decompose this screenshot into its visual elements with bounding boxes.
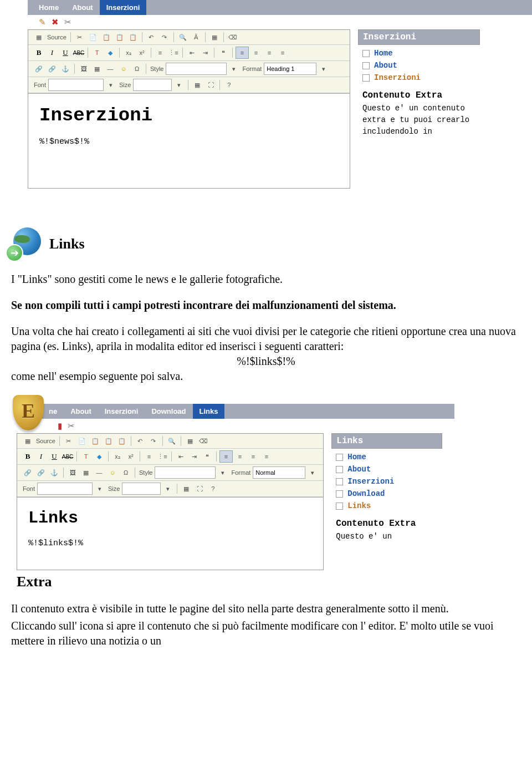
paste-word-icon[interactable]: 📋: [116, 435, 128, 447]
sidebar-item-about[interactable]: About: [331, 463, 442, 475]
superscript-icon[interactable]: x²: [125, 451, 137, 462]
image-icon[interactable]: 🖼: [66, 467, 79, 478]
strike-button[interactable]: ABC: [62, 451, 74, 462]
format-dropdown-icon[interactable]: ▾: [306, 467, 319, 478]
align-center-icon[interactable]: ≡: [250, 47, 262, 58]
smiley-icon[interactable]: ☺: [106, 467, 119, 478]
paste-icon[interactable]: 📋: [100, 32, 112, 43]
italic-button[interactable]: I: [46, 47, 58, 58]
align-center-icon[interactable]: ≡: [234, 451, 246, 462]
source-button[interactable]: ▦: [22, 435, 34, 447]
indent-icon[interactable]: ⇥: [199, 47, 211, 58]
source-button[interactable]: ▦: [33, 32, 45, 43]
bold-button[interactable]: B: [33, 47, 45, 58]
checkbox-icon[interactable]: [336, 466, 343, 473]
delete-icon[interactable]: ✖: [52, 17, 59, 27]
replace-icon[interactable]: Ȃ: [190, 32, 202, 43]
show-blocks-icon[interactable]: ▦: [191, 79, 203, 90]
align-left-icon[interactable]: ≡: [219, 450, 233, 463]
underline-button[interactable]: U: [48, 451, 60, 462]
select-all-icon[interactable]: ▦: [184, 435, 196, 447]
text-color-icon[interactable]: T: [91, 47, 103, 58]
italic-button[interactable]: I: [35, 451, 47, 462]
anchor-icon[interactable]: ⚓: [59, 63, 71, 74]
superscript-icon[interactable]: x²: [136, 47, 148, 58]
undo-icon[interactable]: ↶: [134, 435, 146, 447]
align-left-icon[interactable]: ≡: [236, 47, 249, 59]
delete-icon[interactable]: ▮: [58, 421, 62, 431]
smiley-icon[interactable]: ☺: [117, 63, 130, 74]
help-icon[interactable]: ?: [207, 483, 219, 494]
cut-icon[interactable]: ✂: [63, 435, 75, 447]
outdent-icon[interactable]: ⇤: [186, 47, 198, 58]
table-icon[interactable]: ▦: [91, 63, 103, 74]
sidebar-item-download[interactable]: Download: [331, 488, 442, 500]
strike-button[interactable]: ABC: [73, 47, 85, 58]
redo-icon[interactable]: ↷: [147, 435, 160, 447]
sidebar-item-about[interactable]: About: [358, 59, 480, 72]
find-icon[interactable]: 🔍: [166, 435, 178, 447]
ol-icon[interactable]: ≡: [143, 451, 155, 462]
format-select[interactable]: [253, 466, 305, 479]
nav-about[interactable]: About: [65, 0, 100, 15]
editor-content-1[interactable]: Inserzioni %!$news$!%: [28, 93, 350, 188]
sidebar-item-links[interactable]: Links: [331, 500, 442, 512]
quote-icon[interactable]: ❝: [201, 451, 213, 462]
align-justify-icon[interactable]: ≡: [260, 451, 273, 462]
nav-home[interactable]: Home: [32, 0, 65, 15]
hr-icon[interactable]: —: [104, 63, 116, 74]
font-select[interactable]: [48, 79, 104, 91]
nav-about-2[interactable]: About: [64, 404, 98, 419]
cut-icon[interactable]: ✂: [74, 32, 86, 43]
editor-content-2[interactable]: Links %!$links$!%: [17, 497, 323, 570]
outdent-icon[interactable]: ⇤: [175, 451, 187, 462]
paste-text-icon[interactable]: 📋: [114, 32, 126, 43]
sidebar-item-inserzioni[interactable]: Inserzioni: [358, 72, 480, 84]
style-select[interactable]: [155, 466, 216, 479]
align-right-icon[interactable]: ≡: [263, 47, 275, 58]
link-icon[interactable]: 🔗: [33, 63, 45, 74]
special-char-icon[interactable]: Ω: [131, 63, 143, 74]
checkbox-icon[interactable]: [336, 478, 343, 485]
subscript-icon[interactable]: x₂: [111, 451, 124, 462]
ol-icon[interactable]: ≡: [154, 47, 166, 58]
text-color-icon[interactable]: T: [80, 451, 92, 462]
remove-format-icon[interactable]: ⌫: [227, 32, 239, 43]
anchor-icon[interactable]: ⚓: [48, 467, 60, 478]
nav-download-2[interactable]: Download: [145, 404, 192, 419]
nav-inserzioni-2[interactable]: Inserzioni: [98, 404, 145, 419]
checkbox-icon[interactable]: [336, 490, 343, 498]
underline-button[interactable]: U: [59, 47, 71, 58]
style-select[interactable]: [166, 63, 227, 75]
font-dropdown-icon[interactable]: ▾: [94, 483, 106, 494]
bold-button[interactable]: B: [22, 451, 34, 462]
maximize-icon[interactable]: ⛶: [193, 483, 206, 494]
indent-icon[interactable]: ⇥: [188, 451, 200, 462]
subscript-icon[interactable]: x₂: [122, 47, 135, 58]
sidebar-item-inserzioni[interactable]: Inserzioni: [331, 475, 442, 488]
copy-icon[interactable]: 📄: [76, 435, 88, 447]
select-all-icon[interactable]: ▦: [208, 32, 221, 43]
format-dropdown-icon[interactable]: ▾: [318, 63, 330, 74]
size-select[interactable]: [122, 483, 161, 495]
bg-color-icon[interactable]: ◆: [104, 47, 116, 58]
ul-icon[interactable]: ⋮≡: [167, 47, 180, 58]
checkbox-icon[interactable]: [362, 62, 370, 69]
align-right-icon[interactable]: ≡: [247, 451, 259, 462]
show-blocks-icon[interactable]: ▦: [180, 483, 192, 494]
paste-icon[interactable]: 📋: [89, 435, 101, 447]
tools-icon[interactable]: ✂: [64, 17, 71, 27]
nav-inserzioni[interactable]: Inserzioni: [100, 0, 147, 15]
nav-links-2[interactable]: Links: [193, 404, 225, 419]
size-dropdown-icon[interactable]: ▾: [173, 79, 185, 90]
size-select[interactable]: [133, 79, 172, 91]
table-icon[interactable]: ▦: [80, 467, 92, 478]
copy-icon[interactable]: 📄: [87, 32, 99, 43]
unlink-icon[interactable]: 🔗: [46, 63, 58, 74]
hr-icon[interactable]: —: [93, 467, 105, 478]
tools-icon[interactable]: ✂: [68, 421, 75, 431]
find-icon[interactable]: 🔍: [177, 32, 189, 43]
image-icon[interactable]: 🖼: [78, 63, 90, 74]
redo-icon[interactable]: ↷: [158, 32, 171, 43]
format-select[interactable]: [264, 63, 316, 75]
